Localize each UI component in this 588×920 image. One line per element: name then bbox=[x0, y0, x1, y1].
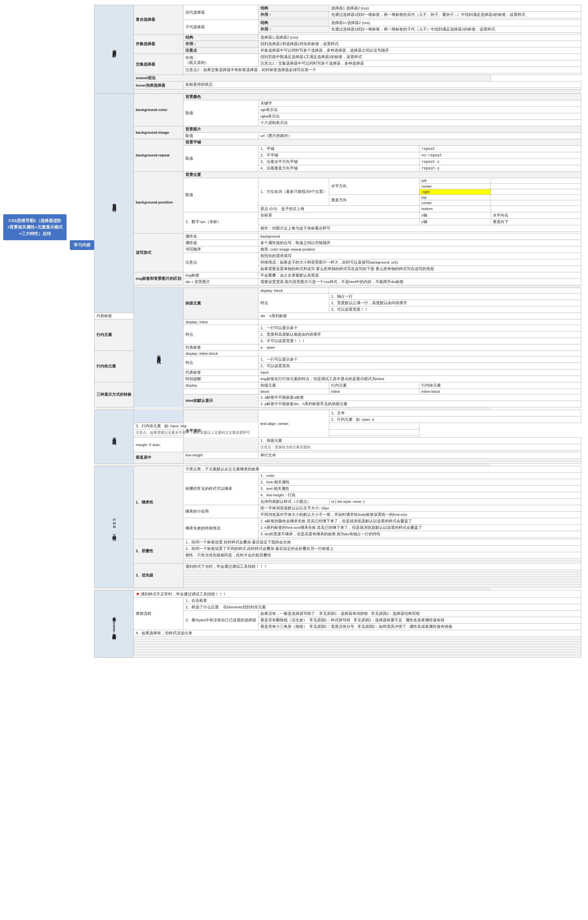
debug-step4: 4、如果选择有，但样式没设出来 bbox=[94, 630, 581, 636]
spacer5 bbox=[94, 463, 581, 466]
spacer3 bbox=[94, 285, 581, 288]
display-section-header: 元素显示模式 块级元素 display: block bbox=[94, 288, 581, 293]
left-panel-label: CSS思维导图2（选择器进阶+背景相关属性+元素显示模式+三大特性）总结 bbox=[3, 214, 66, 240]
selector-section-header: 选择器进阶 复合选择器 后代选择器 结构 选择器1 选择器2 {css} bbox=[94, 5, 581, 12]
page-wrapper: CSS思维导图2（选择器进阶+背景相关属性+元素显示模式+三大特性）总结 学习内… bbox=[0, 0, 588, 920]
spacer4 bbox=[94, 407, 581, 410]
spacer1 bbox=[94, 90, 581, 92]
spacer6 bbox=[94, 588, 581, 590]
bg-shorthand-header: 连写形式 属性名 background bbox=[94, 233, 581, 240]
intersection-selector: 交集选择器 作用：（既又原则） 找到页面中既满足选择器1又满足选择器2的标签，设… bbox=[94, 54, 581, 60]
union-selector: 并集选择器 结构 选择器1,选择器2 {css} bbox=[94, 34, 581, 41]
debug-section: 拓展：Chrome调试工具-查错流程（经验） ★ 遇到样式不正常时，学会通过调试… bbox=[94, 590, 581, 597]
center-margin: margin: 0 auto; 1、块级元素 bbox=[94, 437, 581, 444]
emmet-row: emmet语法 bbox=[94, 75, 581, 81]
study-content-label: 学习内容 bbox=[70, 240, 94, 250]
specificity-section: 3、优先级 遇到样式下当时，学会通过调试工具找错！！！ bbox=[94, 563, 581, 570]
bg-image-header: background-image 背景图片 bbox=[94, 126, 581, 133]
cascade-section: 2、层叠性 1、给同一个标签设置 此时样式会叠加 最后设定下面的会生效 bbox=[94, 539, 581, 545]
css3-section: CSS 三大特性 1、继承性 子类父类，子元素默认从父元素继承的效果 bbox=[94, 466, 581, 472]
hover-selector: hover伪类选择器 鼠标悬停的状态 bbox=[94, 81, 581, 88]
mindmap-table: 选择器进阶 复合选择器 后代选择器 结构 选择器1 选择器2 {css} 作用：… bbox=[94, 5, 581, 658]
bg-pos-header: background-position 背景位置 bbox=[94, 172, 581, 178]
img-vs-bg: img标签和背景图片的区别 img标签 不会重叠，会占全屏幕默认灰黑底 bbox=[94, 272, 581, 279]
center-note1: 注意点：如果需要以元素水平居中，此时直接以上元素的父元素设置即可 bbox=[94, 429, 581, 436]
bg-section-header: 背景相关属性 background-color 背景颜色 bbox=[94, 94, 581, 100]
bg-repeat-header: background-repeat 背景平铺 bbox=[94, 139, 581, 146]
mindmap-container: 选择器进阶 复合选择器 后代选择器 结构 选择器1 选择器2 {css} 作用：… bbox=[94, 5, 586, 658]
center-inlineblock: 3、行内块元素 如: input, img bbox=[94, 423, 581, 429]
debug-step1: 查错流程 1、右击检查 bbox=[94, 597, 581, 604]
debug-empty13 bbox=[94, 656, 581, 658]
center-vertical: 垂直居中 line-height 单行文本 bbox=[94, 452, 581, 458]
